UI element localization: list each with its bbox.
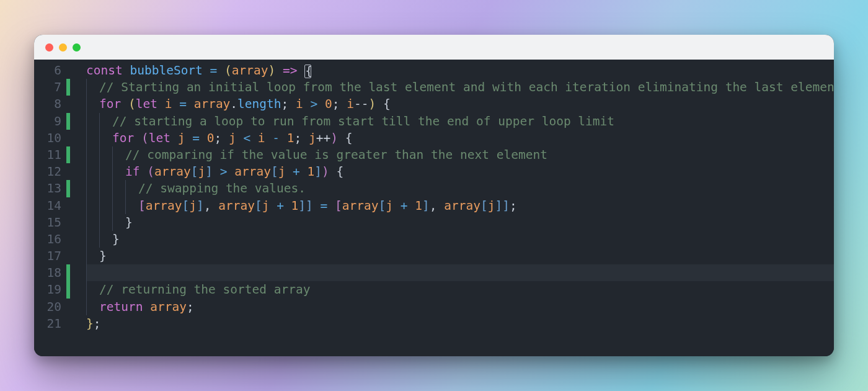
code-token: ]] <box>495 199 509 213</box>
line-number: 21 <box>34 315 61 332</box>
code-line[interactable]: for (let i = array.length; i > 0; i--) { <box>86 96 834 112</box>
titlebar <box>34 35 834 60</box>
code-token: ] <box>197 199 204 213</box>
code-token: j <box>386 199 400 213</box>
code-token: ++ <box>316 131 330 145</box>
code-editor[interactable]: 6789101112131415161718192021 const bubbl… <box>34 60 834 356</box>
code-token: array <box>232 63 268 78</box>
line-number: 7 <box>34 79 61 96</box>
indent-guide <box>112 197 119 214</box>
code-token: ( <box>141 131 149 145</box>
code-token: ) <box>268 63 283 78</box>
code-line[interactable]: } <box>86 231 834 248</box>
code-token: j <box>178 131 192 145</box>
code-token: = <box>210 63 224 78</box>
code-token: } <box>99 249 107 263</box>
code-line[interactable]: // starting a loop to run from start til… <box>86 113 834 130</box>
code-token: j <box>309 131 316 145</box>
code-token: const <box>86 63 130 78</box>
code-token: 0 <box>207 131 215 145</box>
code-token: ] <box>314 164 322 179</box>
indent-guide <box>86 163 93 180</box>
code-line[interactable]: for (let j = 0; j < i - 1; j++) { <box>86 130 834 146</box>
code-token: ( <box>224 63 232 78</box>
code-line[interactable]: return array; <box>86 299 834 315</box>
indent-guide <box>99 197 106 214</box>
code-token: ; <box>510 199 517 213</box>
code-area[interactable]: const bubbleSort = (array) => {// Starti… <box>70 62 834 356</box>
code-token: bubbleSort <box>130 63 210 78</box>
code-token: } <box>125 215 133 230</box>
code-line[interactable]: } <box>86 248 834 264</box>
indent-guide <box>99 113 106 130</box>
indent-guide <box>86 197 93 214</box>
indent-guide <box>99 146 106 163</box>
code-token: array <box>444 199 480 213</box>
line-number: 19 <box>34 281 61 298</box>
indent-guide <box>86 79 93 96</box>
code-line[interactable]: if (array[j] > array[j + 1]) { <box>86 163 834 180</box>
code-token: 1 <box>308 164 315 179</box>
indent-guide <box>86 231 93 248</box>
close-icon[interactable] <box>45 43 53 52</box>
code-token: ; <box>281 97 296 111</box>
code-token: 1 <box>291 199 299 213</box>
code-token: ] <box>422 199 430 213</box>
code-line[interactable]: } <box>86 214 834 231</box>
code-token: [ <box>480 199 488 213</box>
code-token: -- <box>354 97 368 111</box>
line-number: 13 <box>34 180 61 197</box>
code-token: + <box>293 164 307 179</box>
code-token: // starting a loop to run from start til… <box>112 114 614 128</box>
code-line[interactable]: [array[j], array[j + 1]] = [array[j + 1]… <box>86 197 834 214</box>
code-token: { <box>329 164 343 179</box>
code-token: j <box>278 164 293 179</box>
code-token: [ <box>182 199 189 213</box>
code-token: array <box>194 97 231 111</box>
code-line[interactable]: // comparing if the value is greater tha… <box>86 146 834 163</box>
code-token: j <box>262 199 277 213</box>
code-token: j <box>488 199 495 213</box>
cursor: { <box>304 65 311 78</box>
code-token: array <box>154 164 191 179</box>
code-line[interactable]: // returning the sorted array <box>86 281 834 298</box>
code-token: array <box>146 199 182 213</box>
indent-guide <box>86 264 93 281</box>
zoom-icon[interactable] <box>73 43 81 52</box>
line-number: 15 <box>34 214 61 231</box>
code-token: = <box>179 97 193 111</box>
code-token: + <box>401 199 415 213</box>
code-token: 1 <box>287 131 294 145</box>
indent-guide <box>86 96 93 112</box>
code-token: => <box>283 63 304 78</box>
code-token: = <box>313 199 335 213</box>
code-token: array <box>342 199 379 213</box>
code-token: j <box>189 199 197 213</box>
indent-guide <box>86 214 93 231</box>
line-number: 12 <box>34 163 61 180</box>
code-token: 1 <box>415 199 422 213</box>
code-token: array <box>234 164 271 179</box>
code-token: [ <box>138 199 146 213</box>
indent-guide <box>112 146 119 163</box>
code-token: return <box>99 300 150 314</box>
indent-guide <box>125 197 132 214</box>
code-token: ] <box>205 164 213 179</box>
code-line[interactable] <box>86 264 834 281</box>
code-line[interactable]: // Starting an initial loop from the las… <box>86 79 834 96</box>
code-token: [ <box>191 164 198 179</box>
code-token: } <box>86 317 94 331</box>
code-line[interactable]: }; <box>86 315 834 332</box>
code-token: ; <box>294 131 309 145</box>
line-number: 20 <box>34 299 61 315</box>
indent-guide <box>86 113 93 130</box>
line-number: 10 <box>34 130 61 146</box>
indent-guide <box>99 180 106 197</box>
code-token: for <box>99 97 128 111</box>
code-line[interactable]: // swapping the values. <box>86 180 834 197</box>
minimize-icon[interactable] <box>59 43 67 52</box>
line-number: 6 <box>34 62 61 79</box>
indent-guide <box>112 214 119 231</box>
code-line[interactable]: const bubbleSort = (array) => { <box>86 62 834 79</box>
code-token: i <box>165 97 179 111</box>
